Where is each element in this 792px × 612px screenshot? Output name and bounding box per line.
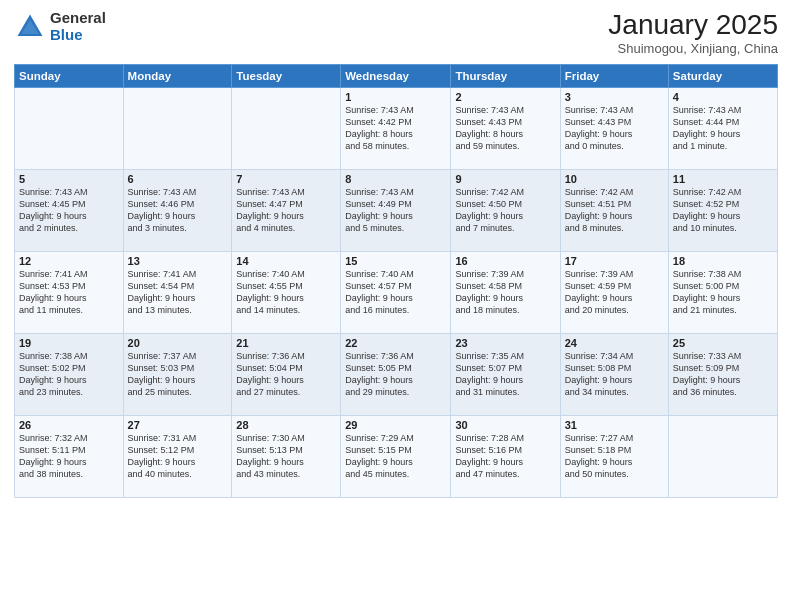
day-number-26: 26 — [19, 419, 119, 431]
calendar-week-1: 1Sunrise: 7:43 AMSunset: 4:42 PMDaylight… — [15, 87, 778, 169]
cell-content-4: Sunrise: 7:43 AMSunset: 4:44 PMDaylight:… — [673, 104, 773, 153]
day-number-23: 23 — [455, 337, 555, 349]
logo-icon — [14, 11, 46, 43]
calendar-cell-empty-0-2 — [232, 87, 341, 169]
logo: General Blue — [14, 10, 106, 43]
calendar-body: 1Sunrise: 7:43 AMSunset: 4:42 PMDaylight… — [15, 87, 778, 497]
calendar-table: SundayMondayTuesdayWednesdayThursdayFrid… — [14, 64, 778, 498]
location: Shuimogou, Xinjiang, China — [608, 41, 778, 56]
cell-content-21: Sunrise: 7:36 AMSunset: 5:04 PMDaylight:… — [236, 350, 336, 399]
cell-content-11: Sunrise: 7:42 AMSunset: 4:52 PMDaylight:… — [673, 186, 773, 235]
cell-content-22: Sunrise: 7:36 AMSunset: 5:05 PMDaylight:… — [345, 350, 446, 399]
calendar-cell-16: 16Sunrise: 7:39 AMSunset: 4:58 PMDayligh… — [451, 251, 560, 333]
cell-content-29: Sunrise: 7:29 AMSunset: 5:15 PMDaylight:… — [345, 432, 446, 481]
calendar-cell-2: 2Sunrise: 7:43 AMSunset: 4:43 PMDaylight… — [451, 87, 560, 169]
cell-content-13: Sunrise: 7:41 AMSunset: 4:54 PMDaylight:… — [128, 268, 228, 317]
day-number-21: 21 — [236, 337, 336, 349]
day-number-6: 6 — [128, 173, 228, 185]
calendar-cell-empty-4-6 — [668, 415, 777, 497]
cell-content-18: Sunrise: 7:38 AMSunset: 5:00 PMDaylight:… — [673, 268, 773, 317]
calendar-cell-14: 14Sunrise: 7:40 AMSunset: 4:55 PMDayligh… — [232, 251, 341, 333]
cell-content-26: Sunrise: 7:32 AMSunset: 5:11 PMDaylight:… — [19, 432, 119, 481]
calendar-cell-7: 7Sunrise: 7:43 AMSunset: 4:47 PMDaylight… — [232, 169, 341, 251]
cell-content-10: Sunrise: 7:42 AMSunset: 4:51 PMDaylight:… — [565, 186, 664, 235]
cell-content-6: Sunrise: 7:43 AMSunset: 4:46 PMDaylight:… — [128, 186, 228, 235]
cell-content-15: Sunrise: 7:40 AMSunset: 4:57 PMDaylight:… — [345, 268, 446, 317]
weekday-header-row: SundayMondayTuesdayWednesdayThursdayFrid… — [15, 64, 778, 87]
calendar-cell-9: 9Sunrise: 7:42 AMSunset: 4:50 PMDaylight… — [451, 169, 560, 251]
cell-content-2: Sunrise: 7:43 AMSunset: 4:43 PMDaylight:… — [455, 104, 555, 153]
day-number-19: 19 — [19, 337, 119, 349]
day-number-2: 2 — [455, 91, 555, 103]
calendar-cell-28: 28Sunrise: 7:30 AMSunset: 5:13 PMDayligh… — [232, 415, 341, 497]
cell-content-8: Sunrise: 7:43 AMSunset: 4:49 PMDaylight:… — [345, 186, 446, 235]
header: General Blue January 2025 Shuimogou, Xin… — [14, 10, 778, 56]
calendar-cell-5: 5Sunrise: 7:43 AMSunset: 4:45 PMDaylight… — [15, 169, 124, 251]
calendar-header: SundayMondayTuesdayWednesdayThursdayFrid… — [15, 64, 778, 87]
weekday-header-tuesday: Tuesday — [232, 64, 341, 87]
calendar-cell-1: 1Sunrise: 7:43 AMSunset: 4:42 PMDaylight… — [341, 87, 451, 169]
calendar-week-3: 12Sunrise: 7:41 AMSunset: 4:53 PMDayligh… — [15, 251, 778, 333]
day-number-20: 20 — [128, 337, 228, 349]
cell-content-25: Sunrise: 7:33 AMSunset: 5:09 PMDaylight:… — [673, 350, 773, 399]
day-number-4: 4 — [673, 91, 773, 103]
calendar-cell-25: 25Sunrise: 7:33 AMSunset: 5:09 PMDayligh… — [668, 333, 777, 415]
calendar-cell-29: 29Sunrise: 7:29 AMSunset: 5:15 PMDayligh… — [341, 415, 451, 497]
calendar-cell-6: 6Sunrise: 7:43 AMSunset: 4:46 PMDaylight… — [123, 169, 232, 251]
day-number-9: 9 — [455, 173, 555, 185]
day-number-31: 31 — [565, 419, 664, 431]
day-number-28: 28 — [236, 419, 336, 431]
cell-content-9: Sunrise: 7:42 AMSunset: 4:50 PMDaylight:… — [455, 186, 555, 235]
day-number-7: 7 — [236, 173, 336, 185]
weekday-header-saturday: Saturday — [668, 64, 777, 87]
day-number-8: 8 — [345, 173, 446, 185]
day-number-22: 22 — [345, 337, 446, 349]
day-number-29: 29 — [345, 419, 446, 431]
title-block: January 2025 Shuimogou, Xinjiang, China — [608, 10, 778, 56]
calendar-cell-24: 24Sunrise: 7:34 AMSunset: 5:08 PMDayligh… — [560, 333, 668, 415]
calendar-cell-10: 10Sunrise: 7:42 AMSunset: 4:51 PMDayligh… — [560, 169, 668, 251]
cell-content-27: Sunrise: 7:31 AMSunset: 5:12 PMDaylight:… — [128, 432, 228, 481]
cell-content-30: Sunrise: 7:28 AMSunset: 5:16 PMDaylight:… — [455, 432, 555, 481]
calendar-cell-30: 30Sunrise: 7:28 AMSunset: 5:16 PMDayligh… — [451, 415, 560, 497]
weekday-header-friday: Friday — [560, 64, 668, 87]
calendar-cell-26: 26Sunrise: 7:32 AMSunset: 5:11 PMDayligh… — [15, 415, 124, 497]
day-number-10: 10 — [565, 173, 664, 185]
cell-content-24: Sunrise: 7:34 AMSunset: 5:08 PMDaylight:… — [565, 350, 664, 399]
calendar-cell-empty-0-0 — [15, 87, 124, 169]
cell-content-31: Sunrise: 7:27 AMSunset: 5:18 PMDaylight:… — [565, 432, 664, 481]
day-number-15: 15 — [345, 255, 446, 267]
cell-content-23: Sunrise: 7:35 AMSunset: 5:07 PMDaylight:… — [455, 350, 555, 399]
cell-content-14: Sunrise: 7:40 AMSunset: 4:55 PMDaylight:… — [236, 268, 336, 317]
calendar-week-2: 5Sunrise: 7:43 AMSunset: 4:45 PMDaylight… — [15, 169, 778, 251]
cell-content-20: Sunrise: 7:37 AMSunset: 5:03 PMDaylight:… — [128, 350, 228, 399]
calendar-cell-8: 8Sunrise: 7:43 AMSunset: 4:49 PMDaylight… — [341, 169, 451, 251]
day-number-27: 27 — [128, 419, 228, 431]
cell-content-19: Sunrise: 7:38 AMSunset: 5:02 PMDaylight:… — [19, 350, 119, 399]
weekday-header-sunday: Sunday — [15, 64, 124, 87]
cell-content-17: Sunrise: 7:39 AMSunset: 4:59 PMDaylight:… — [565, 268, 664, 317]
calendar-week-4: 19Sunrise: 7:38 AMSunset: 5:02 PMDayligh… — [15, 333, 778, 415]
logo-general-text: General — [50, 10, 106, 27]
cell-content-28: Sunrise: 7:30 AMSunset: 5:13 PMDaylight:… — [236, 432, 336, 481]
day-number-14: 14 — [236, 255, 336, 267]
cell-content-3: Sunrise: 7:43 AMSunset: 4:43 PMDaylight:… — [565, 104, 664, 153]
calendar-cell-11: 11Sunrise: 7:42 AMSunset: 4:52 PMDayligh… — [668, 169, 777, 251]
day-number-1: 1 — [345, 91, 446, 103]
day-number-13: 13 — [128, 255, 228, 267]
day-number-18: 18 — [673, 255, 773, 267]
day-number-12: 12 — [19, 255, 119, 267]
calendar-cell-13: 13Sunrise: 7:41 AMSunset: 4:54 PMDayligh… — [123, 251, 232, 333]
calendar-cell-12: 12Sunrise: 7:41 AMSunset: 4:53 PMDayligh… — [15, 251, 124, 333]
calendar-cell-17: 17Sunrise: 7:39 AMSunset: 4:59 PMDayligh… — [560, 251, 668, 333]
calendar-cell-20: 20Sunrise: 7:37 AMSunset: 5:03 PMDayligh… — [123, 333, 232, 415]
calendar-cell-15: 15Sunrise: 7:40 AMSunset: 4:57 PMDayligh… — [341, 251, 451, 333]
day-number-3: 3 — [565, 91, 664, 103]
day-number-25: 25 — [673, 337, 773, 349]
calendar-cell-19: 19Sunrise: 7:38 AMSunset: 5:02 PMDayligh… — [15, 333, 124, 415]
logo-blue-text: Blue — [50, 27, 106, 44]
page-container: General Blue January 2025 Shuimogou, Xin… — [0, 0, 792, 612]
calendar-cell-empty-0-1 — [123, 87, 232, 169]
calendar-cell-18: 18Sunrise: 7:38 AMSunset: 5:00 PMDayligh… — [668, 251, 777, 333]
calendar-cell-21: 21Sunrise: 7:36 AMSunset: 5:04 PMDayligh… — [232, 333, 341, 415]
